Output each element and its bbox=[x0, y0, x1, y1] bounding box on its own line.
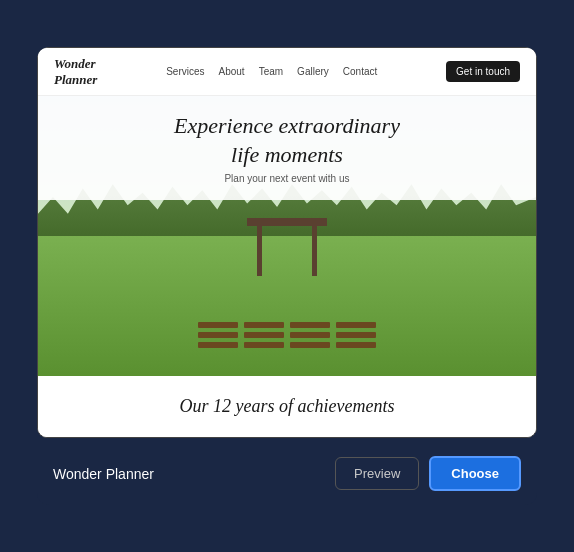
preview-nav-links: Services About Team Gallery Contact bbox=[166, 66, 377, 77]
pergola-top-beam bbox=[247, 218, 327, 226]
hero-title: Experience extraordinary life moments bbox=[54, 112, 520, 169]
bench bbox=[198, 332, 238, 338]
preview-navbar: Wonder Planner Services About Team Galle… bbox=[38, 48, 536, 96]
bench bbox=[290, 332, 330, 338]
bench bbox=[336, 342, 376, 348]
bench bbox=[244, 322, 284, 328]
preview-logo: Wonder Planner bbox=[54, 56, 97, 87]
choose-button[interactable]: Choose bbox=[429, 456, 521, 491]
bench bbox=[198, 322, 238, 328]
hero-subtitle: Plan your next event with us bbox=[54, 173, 520, 184]
hero-text-overlay: Experience extraordinary life moments Pl… bbox=[38, 96, 536, 200]
bench bbox=[244, 332, 284, 338]
bench bbox=[244, 342, 284, 348]
nav-link-services: Services bbox=[166, 66, 204, 77]
nav-link-gallery: Gallery bbox=[297, 66, 329, 77]
bench bbox=[336, 322, 376, 328]
bottom-bar: Wonder Planner Preview Choose bbox=[37, 442, 537, 505]
preview-button[interactable]: Preview bbox=[335, 457, 419, 490]
benches-area bbox=[63, 322, 511, 348]
pergola bbox=[247, 218, 327, 278]
website-preview: Wonder Planner Services About Team Galle… bbox=[37, 47, 537, 438]
nav-link-about: About bbox=[219, 66, 245, 77]
bench-row-1 bbox=[63, 322, 511, 328]
bench-row-3 bbox=[63, 342, 511, 348]
get-in-touch-button[interactable]: Get in touch bbox=[446, 61, 520, 82]
bottom-actions: Preview Choose bbox=[335, 456, 521, 491]
pergola-left-post bbox=[257, 226, 262, 276]
achievements-title: Our 12 years of achievements bbox=[58, 396, 516, 417]
hero-section: Experience extraordinary life moments Pl… bbox=[38, 96, 536, 376]
bench-row-2 bbox=[63, 332, 511, 338]
template-card: Wonder Planner Services About Team Galle… bbox=[37, 47, 537, 505]
nav-link-contact: Contact bbox=[343, 66, 377, 77]
nav-link-team: Team bbox=[259, 66, 283, 77]
below-hero-section: Our 12 years of achievements bbox=[38, 376, 536, 437]
pergola-right-post bbox=[312, 226, 317, 276]
bench bbox=[290, 322, 330, 328]
bench bbox=[198, 342, 238, 348]
bench bbox=[290, 342, 330, 348]
bench bbox=[336, 332, 376, 338]
template-name-label: Wonder Planner bbox=[53, 466, 154, 482]
